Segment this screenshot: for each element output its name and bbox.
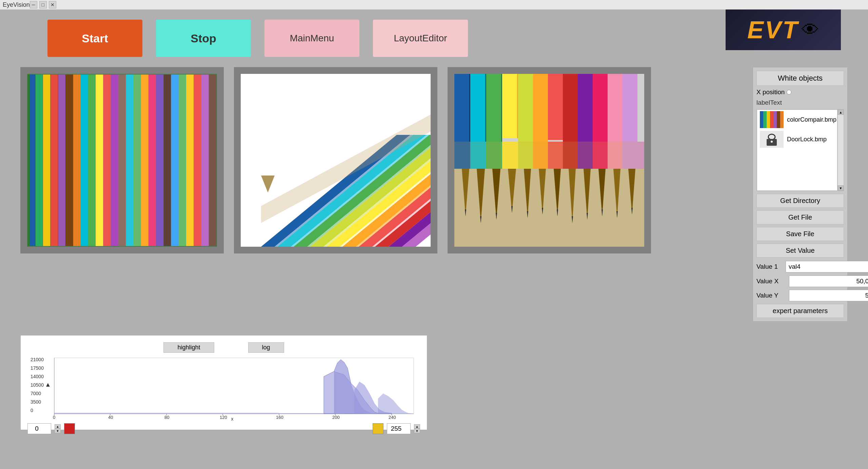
get-directory-button[interactable]: Get Directory bbox=[756, 194, 844, 208]
svg-rect-4 bbox=[51, 75, 58, 246]
svg-rect-113 bbox=[773, 111, 777, 128]
svg-point-119 bbox=[771, 141, 773, 143]
stop-button[interactable]: Stop bbox=[156, 20, 251, 57]
svg-rect-10 bbox=[96, 75, 103, 246]
min-down-btn[interactable]: ▼ bbox=[55, 429, 61, 433]
chart-tabs: highlight log bbox=[27, 342, 420, 353]
svg-rect-22 bbox=[186, 75, 194, 246]
y-label-5: 7000 bbox=[31, 391, 41, 396]
image-panel-right bbox=[448, 67, 651, 253]
window-controls: ─ □ ✕ bbox=[30, 1, 56, 8]
svg-rect-56 bbox=[470, 74, 485, 148]
layout-editor-button[interactable]: LayoutEditor bbox=[373, 20, 468, 57]
min-value-input[interactable] bbox=[27, 423, 51, 434]
white-objects-button[interactable]: White objects bbox=[756, 71, 844, 86]
scroll-down-btn[interactable]: ▼ bbox=[838, 185, 844, 191]
y-axis-marker: ▶ bbox=[45, 383, 50, 387]
svg-rect-19 bbox=[163, 75, 171, 246]
max-up-btn[interactable]: ▲ bbox=[414, 424, 420, 429]
file-name-1: colorCompair.bmp bbox=[787, 116, 836, 123]
main-menu-button[interactable]: MainMenu bbox=[264, 20, 359, 57]
chart-container: highlight log 21000 17500 14000 10500 70… bbox=[20, 335, 427, 430]
maximize-button[interactable]: □ bbox=[39, 1, 47, 8]
x-40: 40 bbox=[108, 415, 113, 420]
label-text-row: labelText bbox=[756, 99, 844, 106]
scroll-track bbox=[838, 115, 844, 185]
svg-rect-3 bbox=[43, 75, 50, 246]
value-y-row: Value Y ▲ ▼ bbox=[756, 290, 844, 301]
svg-rect-24 bbox=[201, 75, 209, 246]
min-up-btn[interactable]: ▲ bbox=[55, 424, 61, 429]
save-file-button[interactable]: Save File bbox=[756, 227, 844, 241]
app-title: EyeVision bbox=[3, 1, 30, 8]
pencils-closeup-image bbox=[454, 74, 644, 247]
logo-eye-icon: 👁 bbox=[802, 20, 819, 40]
svg-rect-58 bbox=[486, 74, 501, 145]
svg-rect-82 bbox=[623, 142, 644, 169]
file-name-2: DoorLock.bmp bbox=[787, 136, 827, 143]
right-settings-panel: White objects X position labelText bbox=[753, 67, 848, 322]
svg-rect-55 bbox=[469, 74, 470, 142]
svg-rect-7 bbox=[73, 75, 80, 246]
file-list-scrollbar[interactable]: ▲ ▼ bbox=[837, 109, 844, 191]
y-label-2: 17500 bbox=[31, 365, 44, 371]
file-thumb-2 bbox=[760, 131, 784, 148]
x-axis-label: x bbox=[231, 416, 234, 421]
svg-rect-65 bbox=[563, 74, 578, 148]
svg-rect-64 bbox=[548, 74, 563, 140]
max-down-btn[interactable]: ▼ bbox=[414, 429, 420, 433]
set-value-button[interactable]: Set Value bbox=[756, 244, 844, 258]
svg-rect-71 bbox=[454, 142, 470, 169]
image-panel-center bbox=[234, 67, 437, 253]
close-button[interactable]: ✕ bbox=[49, 1, 56, 8]
svg-rect-5 bbox=[58, 75, 65, 246]
svg-rect-9 bbox=[88, 75, 96, 246]
svg-rect-6 bbox=[65, 75, 73, 246]
file-list-container: colorCompair.bmp DoorLock.bmp bbox=[756, 109, 844, 191]
get-file-button[interactable]: Get File bbox=[756, 210, 844, 224]
x-position-slider[interactable] bbox=[787, 90, 791, 95]
value-x-input[interactable] bbox=[789, 276, 868, 287]
svg-rect-74 bbox=[502, 142, 518, 169]
svg-rect-57 bbox=[485, 74, 486, 148]
svg-rect-23 bbox=[194, 75, 201, 246]
max-value-input[interactable] bbox=[387, 423, 411, 434]
svg-rect-16 bbox=[141, 75, 149, 246]
svg-rect-112 bbox=[770, 111, 773, 128]
svg-rect-79 bbox=[578, 142, 593, 169]
file-thumb-1 bbox=[760, 111, 784, 128]
x-position-row: X position bbox=[756, 88, 844, 96]
svg-rect-61 bbox=[517, 74, 518, 138]
svg-rect-2 bbox=[35, 75, 43, 246]
max-color-swatch[interactable] bbox=[373, 423, 383, 434]
file-list-item-2[interactable]: DoorLock.bmp bbox=[757, 129, 837, 149]
log-tab[interactable]: log bbox=[248, 342, 284, 353]
y-label-7: 0 bbox=[31, 408, 33, 413]
value-y-label: Value Y bbox=[756, 292, 787, 299]
highlight-tab[interactable]: highlight bbox=[163, 342, 214, 353]
file-list[interactable]: colorCompair.bmp DoorLock.bmp bbox=[757, 109, 837, 191]
minimize-button[interactable]: ─ bbox=[30, 1, 37, 8]
bottom-area: highlight log 21000 17500 14000 10500 70… bbox=[0, 328, 868, 437]
x-240: 240 bbox=[389, 415, 396, 420]
start-button[interactable]: Start bbox=[47, 20, 142, 57]
svg-rect-115 bbox=[780, 111, 784, 128]
svg-rect-72 bbox=[470, 142, 486, 169]
svg-rect-75 bbox=[518, 142, 533, 169]
pencils-vertical-image bbox=[27, 74, 217, 247]
svg-rect-69 bbox=[623, 74, 637, 143]
logo-text: EVT bbox=[747, 16, 799, 44]
svg-rect-21 bbox=[179, 75, 186, 246]
y-label-1: 21000 bbox=[31, 357, 44, 362]
value-x-row: Value X ▲ ▼ bbox=[756, 276, 844, 287]
pencils-diagonal-image bbox=[241, 74, 431, 247]
scroll-up-btn[interactable]: ▲ bbox=[838, 109, 844, 115]
svg-rect-68 bbox=[608, 74, 623, 147]
svg-rect-81 bbox=[608, 142, 623, 169]
expert-parameters-button[interactable]: expert parameters bbox=[756, 304, 844, 318]
y-label-6: 3500 bbox=[31, 399, 41, 405]
file-list-item[interactable]: colorCompair.bmp bbox=[757, 110, 837, 129]
value-y-input[interactable] bbox=[789, 290, 868, 301]
min-color-swatch[interactable] bbox=[64, 423, 75, 434]
value1-input[interactable] bbox=[786, 261, 868, 272]
